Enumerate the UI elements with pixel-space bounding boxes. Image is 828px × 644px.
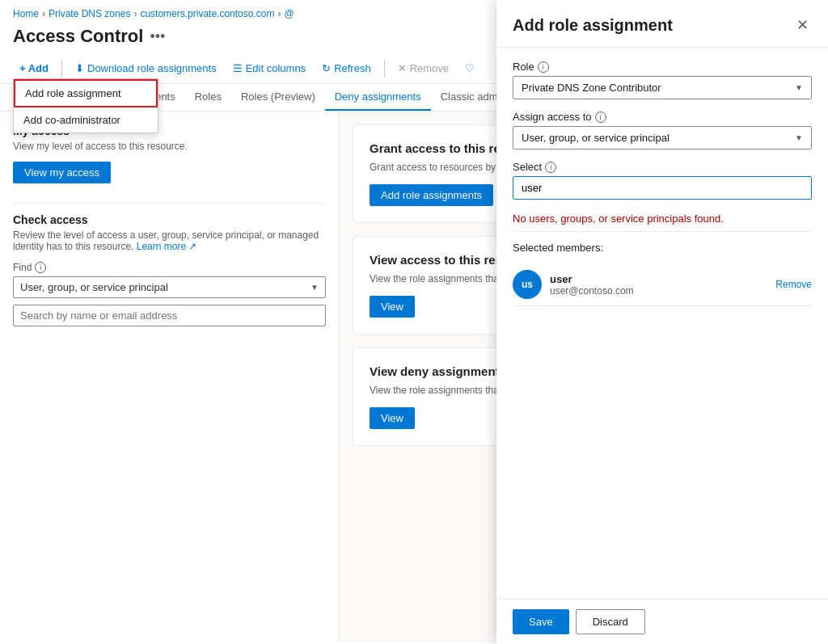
find-info-icon: i <box>35 262 46 273</box>
check-access-section: Check access Review the level of access … <box>13 213 326 326</box>
remove-icon: ✕ <box>398 62 407 74</box>
heart-icon: ♡ <box>465 62 475 74</box>
view-deny-button[interactable]: View <box>370 407 415 429</box>
find-label: Find i <box>13 262 326 273</box>
assign-access-value: User, group, or service principal <box>522 132 795 144</box>
page-title: Access Control <box>13 26 143 47</box>
more-options-icon[interactable]: ••• <box>150 28 165 45</box>
find-dropdown-value: User, group, or service principal <box>20 281 168 293</box>
add-button[interactable]: + Add <box>13 58 55 78</box>
learn-more-link[interactable]: Learn more ↗ <box>137 241 197 252</box>
no-results-message: No users, groups, or service principals … <box>513 206 812 232</box>
discard-button[interactable]: Discard <box>576 609 645 634</box>
side-panel-body: Role i Private DNS Zone Contributor ▼ As… <box>496 48 828 599</box>
download-button[interactable]: ⬇ Download role assignments <box>69 58 223 78</box>
view-my-access-button[interactable]: View my access <box>13 162 111 183</box>
select-info-icon: i <box>545 162 556 173</box>
role-dropdown[interactable]: Private DNS Zone Contributor ▼ <box>513 76 812 99</box>
edit-columns-icon: ☰ <box>233 62 243 74</box>
toolbar-separator-1 <box>61 61 62 77</box>
check-access-desc: Review the level of access a user, group… <box>13 229 326 252</box>
download-icon: ⬇ <box>75 62 84 74</box>
save-button[interactable]: Save <box>513 609 569 634</box>
edit-columns-label: Edit columns <box>246 62 306 74</box>
my-access-section: My access View my level of access to thi… <box>13 124 326 200</box>
find-dropdown-chevron-icon: ▼ <box>310 283 319 292</box>
breadcrumb-private-dns[interactable]: Private DNS zones <box>49 8 130 19</box>
search-input[interactable] <box>13 305 326 326</box>
section-separator <box>13 203 326 204</box>
add-role-assignment-item[interactable]: Add role assignment <box>14 79 158 107</box>
assign-access-chevron-icon: ▼ <box>795 133 803 142</box>
add-dropdown: Add role assignment Add co-administrator <box>13 78 158 133</box>
add-wrapper: + Add Add role assignment Add co-adminis… <box>13 58 55 78</box>
role-dropdown-chevron-icon: ▼ <box>795 83 803 92</box>
remove-label: Remove <box>410 62 449 74</box>
role-value: Private DNS Zone Contributor <box>522 82 795 94</box>
refresh-button[interactable]: ↻ Refresh <box>315 58 378 78</box>
breadcrumb-home[interactable]: Home <box>13 8 39 19</box>
toolbar-separator-2 <box>384 61 385 77</box>
member-avatar: us <box>513 270 542 299</box>
side-panel-title: Add role assignment <box>513 16 673 35</box>
add-role-assignment-panel: Add role assignment ✕ Role i Private DNS… <box>496 0 828 642</box>
remove-button[interactable]: ✕ Remove <box>391 58 455 78</box>
remove-member-link[interactable]: Remove <box>775 279 812 290</box>
assign-access-dropdown[interactable]: User, group, or service principal ▼ <box>513 126 812 149</box>
left-panel: My access View my level of access to thi… <box>0 112 340 642</box>
breadcrumb-at[interactable]: @ <box>284 8 294 19</box>
select-input[interactable] <box>513 176 812 200</box>
assign-access-label: Assign access to i <box>513 111 812 123</box>
member-info: user user@contoso.com <box>550 273 767 297</box>
assign-access-info-icon: i <box>595 112 606 123</box>
member-item: us user user@contoso.com Remove <box>513 263 812 306</box>
side-panel-footer: Save Discard <box>496 599 828 642</box>
refresh-icon: ↻ <box>322 62 331 74</box>
view-access-button[interactable]: View <box>370 296 415 318</box>
close-panel-button[interactable]: ✕ <box>793 13 812 37</box>
my-access-desc: View my level of access to this resource… <box>13 141 326 152</box>
role-label: Role i <box>513 61 812 73</box>
download-label: Download role assignments <box>87 62 217 74</box>
add-co-admin-item[interactable]: Add co-administrator <box>14 107 158 133</box>
breadcrumb-contoso[interactable]: customers.private.contoso.com <box>140 8 274 19</box>
tab-deny-assignments[interactable]: Deny assignments <box>325 84 431 111</box>
find-dropdown[interactable]: User, group, or service principal ▼ <box>13 276 326 298</box>
select-label: Select i <box>513 161 812 173</box>
tab-roles-preview[interactable]: Roles (Preview) <box>231 84 325 111</box>
selected-members-label: Selected members: <box>513 242 812 254</box>
add-label: + Add <box>19 62 49 74</box>
side-panel-header: Add role assignment ✕ <box>496 0 828 48</box>
refresh-label: Refresh <box>334 62 371 74</box>
edit-columns-button[interactable]: ☰ Edit columns <box>226 58 312 78</box>
add-role-assignments-button[interactable]: Add role assignments <box>370 184 493 206</box>
member-email: user@contoso.com <box>550 285 767 297</box>
tab-roles[interactable]: Roles <box>185 84 231 111</box>
favorite-button[interactable]: ♡ <box>458 58 481 78</box>
member-name: user <box>550 273 767 285</box>
role-info-icon: i <box>538 61 549 73</box>
check-access-title: Check access <box>13 213 326 226</box>
